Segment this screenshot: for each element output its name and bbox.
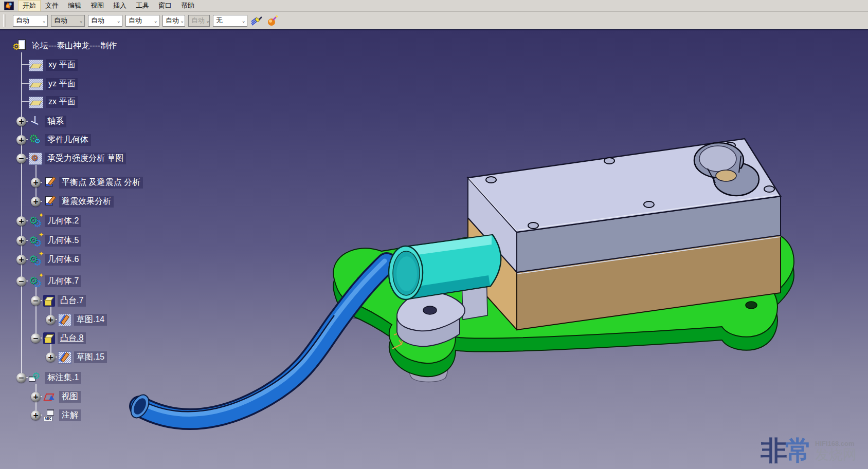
tree-item-label[interactable]: 几何体.6 <box>45 254 81 266</box>
partbody-icon <box>29 134 42 146</box>
tree-item-label[interactable]: 凸台.7 <box>58 295 86 307</box>
tree-item-label[interactable]: 草图.14 <box>74 314 107 326</box>
toolbar-combo-2[interactable]: 自动⌄ <box>51 15 85 27</box>
chevron-down-icon: ⌄ <box>206 18 210 24</box>
combo-value: 自动 <box>91 16 104 25</box>
tree-item[interactable]: +平衡点 及避震点 分析 <box>31 176 143 189</box>
menu-item-4[interactable]: 视图 <box>86 0 109 11</box>
tree-item[interactable]: yz 平面 <box>29 77 78 90</box>
chevron-down-icon: ⌄ <box>79 18 83 24</box>
tree-item[interactable]: +避震效果分析 <box>31 195 114 208</box>
tree-item-label[interactable]: 避震效果分析 <box>59 196 114 208</box>
tree-item[interactable]: −承受力强度分析 草图 <box>16 152 126 165</box>
expand-icon[interactable]: + <box>31 178 41 187</box>
expand-icon[interactable]: + <box>31 410 41 420</box>
menu-item-8[interactable]: 帮助 <box>176 0 199 11</box>
expand-icon[interactable]: + <box>31 197 41 207</box>
tree-item[interactable]: +草图.15 <box>46 350 107 364</box>
toolbar-combo-7[interactable]: 无⌄ <box>213 15 247 27</box>
paintbrush-icon[interactable] <box>250 14 263 27</box>
toolbar-combo-5[interactable]: 自动⌄ <box>162 15 185 27</box>
tree-item[interactable]: −标注集.1 <box>16 371 81 384</box>
combo-value: 自动 <box>129 16 142 25</box>
pad-icon <box>43 332 55 344</box>
toolbar-combo-6[interactable]: 自动⌄ <box>188 15 210 27</box>
tree-item-label[interactable]: 几何体.7 <box>45 275 81 287</box>
tree-item[interactable]: −凸台.7 <box>31 294 86 307</box>
tree-item-label[interactable]: 视图 <box>59 391 81 403</box>
tree-item[interactable]: +零件几何体 <box>16 133 91 146</box>
menu-item-6[interactable]: 工具 <box>131 0 154 11</box>
tree-item-label[interactable]: 零件几何体 <box>45 134 91 146</box>
toolbar-combo-4[interactable]: 自动⌄ <box>125 15 159 27</box>
tree-item-label[interactable]: zx 平面 <box>46 96 78 108</box>
expand-icon[interactable]: + <box>46 315 56 325</box>
tree-item[interactable]: +视图 <box>31 390 81 403</box>
axis-icon <box>29 115 42 127</box>
tree-item-label[interactable]: xy 平面 <box>46 59 78 71</box>
expand-icon[interactable]: + <box>46 352 56 362</box>
tree-item[interactable]: +轴系 <box>16 115 66 128</box>
plane-icon <box>29 79 43 90</box>
tree-item[interactable]: +注解 <box>31 408 81 422</box>
menu-item-2[interactable]: 文件 <box>41 0 63 11</box>
combo-value: 自动 <box>54 16 67 25</box>
tree-item-label[interactable]: 注解 <box>59 409 81 421</box>
collapse-icon[interactable]: − <box>31 296 41 306</box>
chevron-down-icon: ⌄ <box>242 18 246 24</box>
sketchset-icon <box>29 153 42 165</box>
toolbar-grip[interactable] <box>3 14 6 27</box>
plane-icon <box>29 60 43 71</box>
tree-item[interactable]: +几何体.5 <box>16 234 81 247</box>
views-icon <box>43 390 57 403</box>
expand-icon[interactable]: + <box>16 255 26 265</box>
expand-icon[interactable]: + <box>16 216 26 226</box>
window-chrome: 开始文件编辑视图插入工具窗口帮助 自动⌄自动⌄自动⌄自动⌄自动⌄自动⌄无⌄ <box>0 0 868 30</box>
chevron-down-icon: ⌄ <box>180 18 184 24</box>
menu-item-7[interactable]: 窗口 <box>154 0 176 11</box>
menu-item-5[interactable]: 插入 <box>109 0 131 11</box>
app-icon[interactable] <box>4 2 14 10</box>
expand-icon[interactable]: + <box>16 135 26 145</box>
menu-bar: 开始文件编辑视图插入工具窗口帮助 <box>0 0 868 12</box>
tree-item-label[interactable]: 标注集.1 <box>45 372 81 384</box>
tree-item-label[interactable]: 轴系 <box>45 116 66 127</box>
geobody-icon <box>29 215 42 227</box>
expand-icon[interactable]: + <box>16 117 26 126</box>
expand-icon[interactable]: + <box>31 392 41 402</box>
tree-item-label[interactable]: 承受力强度分析 草图 <box>45 153 126 164</box>
part-document-icon <box>13 40 27 52</box>
combo-value: 无 <box>216 16 223 25</box>
tree-root-item[interactable]: 论坛---泰山神龙----制作 <box>13 39 119 52</box>
tree-item-label[interactable]: 平衡点 及避震点 分析 <box>59 177 143 189</box>
sketch-icon <box>58 351 71 364</box>
expand-icon[interactable]: + <box>16 236 26 246</box>
collapse-icon[interactable]: − <box>16 276 26 286</box>
menu-item-3[interactable]: 编辑 <box>63 0 86 11</box>
combo-value: 自动 <box>166 16 179 25</box>
toolbar-combo-1[interactable]: 自动⌄ <box>13 15 48 27</box>
collapse-icon[interactable]: − <box>16 373 26 383</box>
annotset-icon <box>29 371 42 384</box>
tree-item[interactable]: xy 平面 <box>29 58 78 71</box>
tree-root-label[interactable]: 论坛---泰山神龙----制作 <box>29 40 119 52</box>
tree-item-label[interactable]: yz 平面 <box>46 78 78 90</box>
tree-item-label[interactable]: 几何体.5 <box>45 235 81 247</box>
geobody-icon <box>29 234 42 247</box>
notes-icon <box>43 409 57 421</box>
collapse-icon[interactable]: − <box>31 333 41 343</box>
sphere-wand-icon[interactable] <box>266 14 279 27</box>
tree-item[interactable]: zx 平面 <box>29 95 78 108</box>
toolbar-combo-3[interactable]: 自动⌄ <box>88 15 122 27</box>
tree-item[interactable]: −凸台.8 <box>31 331 86 345</box>
tree-item[interactable]: +几何体.6 <box>16 253 81 266</box>
menu-item-1[interactable]: 开始 <box>18 0 41 11</box>
tree-item[interactable]: +几何体.2 <box>16 214 81 228</box>
collapse-icon[interactable]: − <box>16 154 26 163</box>
tree-item[interactable]: +草图.14 <box>46 313 107 326</box>
tree-item-label[interactable]: 草图.15 <box>74 351 107 363</box>
tree-item-label[interactable]: 凸台.8 <box>58 332 86 344</box>
pad-icon <box>43 295 55 307</box>
tree-item[interactable]: −几何体.7 <box>16 274 81 288</box>
tree-item-label[interactable]: 几何体.2 <box>45 215 81 227</box>
